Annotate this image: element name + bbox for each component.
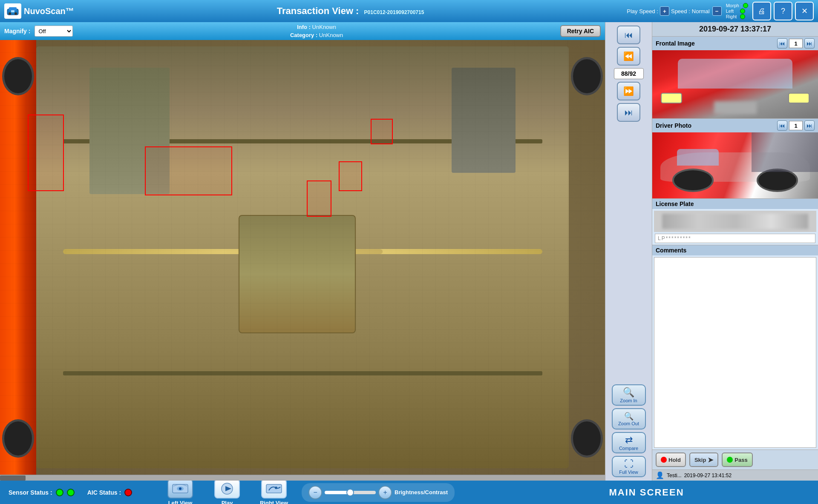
brightness-increase-button[interactable]: + bbox=[378, 486, 392, 499]
brightness-thumb[interactable] bbox=[346, 489, 354, 496]
driver-section: Driver Photo ⏮ 1 ⏭ bbox=[652, 119, 818, 199]
annotation-box-1 bbox=[28, 115, 64, 191]
play-speed-minus-button[interactable]: − bbox=[712, 6, 722, 16]
help-button[interactable]: ? bbox=[774, 2, 792, 20]
comments-header: Comments bbox=[652, 245, 818, 255]
brightness-decrease-button[interactable]: − bbox=[308, 486, 322, 499]
left-led bbox=[740, 9, 745, 14]
play-label: Play bbox=[222, 500, 233, 504]
driver-wheel-front bbox=[672, 169, 714, 192]
driver-header: Driver Photo ⏮ 1 ⏭ bbox=[652, 119, 818, 132]
magnify-select[interactable]: Off 2x 4x 8x bbox=[35, 26, 73, 37]
scroll-thumb[interactable] bbox=[0, 475, 26, 481]
rear-beam bbox=[63, 371, 542, 375]
headlight-right bbox=[788, 93, 809, 103]
frontal-plate bbox=[714, 101, 757, 114]
scan-display bbox=[0, 40, 605, 475]
close-button[interactable]: ✕ bbox=[795, 2, 814, 20]
frame-counter: 88/92 bbox=[614, 68, 644, 79]
print-button[interactable]: 🖨 bbox=[752, 2, 771, 20]
driver-window bbox=[677, 149, 718, 166]
svg-rect-10 bbox=[266, 484, 282, 493]
svg-point-3 bbox=[14, 12, 17, 15]
license-section: License Plate LP********* bbox=[652, 199, 818, 245]
comments-section: Comments bbox=[652, 245, 818, 450]
sensor-led-1 bbox=[56, 489, 63, 496]
engine-detail2 bbox=[452, 68, 516, 173]
skip-button[interactable]: Skip ➤ bbox=[689, 452, 718, 467]
aic-led bbox=[124, 489, 132, 496]
brightness-slider[interactable] bbox=[325, 491, 376, 494]
fast-forward-button[interactable]: ⏩ bbox=[617, 82, 640, 100]
scroll-bar[interactable] bbox=[0, 475, 605, 481]
frontal-last-button[interactable]: ⏭ bbox=[804, 38, 815, 49]
hold-icon bbox=[661, 457, 667, 463]
frontal-section: Frontal Image ⏮ 1 ⏭ bbox=[652, 37, 818, 119]
right-view-label: Right View bbox=[260, 500, 288, 504]
main-screen-area: MAIN SCREEN bbox=[484, 487, 809, 498]
scan-image-area[interactable] bbox=[0, 40, 605, 475]
driver-image-box bbox=[652, 132, 818, 198]
background-building bbox=[752, 132, 818, 172]
svg-rect-1 bbox=[9, 7, 17, 11]
license-text: LP********* bbox=[655, 234, 815, 243]
datetime-bar: 2019-09-27 13:37:17 bbox=[652, 22, 818, 37]
left-view-label: Left View bbox=[168, 500, 193, 504]
windshield bbox=[678, 59, 792, 89]
driver-first-button[interactable]: ⏮ bbox=[777, 120, 787, 131]
pass-button[interactable]: Pass bbox=[722, 452, 752, 467]
pass-icon bbox=[727, 457, 733, 463]
first-frame-button[interactable]: ⏮ bbox=[617, 26, 640, 44]
license-plate-image bbox=[662, 214, 808, 229]
zoom-in-button[interactable]: 🔍 Zoom In bbox=[612, 384, 646, 406]
header-title: Transaction View : P01C012-2019092700715 bbox=[78, 6, 622, 17]
play-button[interactable]: Play bbox=[208, 479, 246, 504]
header-icons: 🖨 ? ✕ bbox=[752, 2, 814, 20]
morph-led bbox=[743, 3, 748, 8]
right-view-icon bbox=[261, 479, 287, 498]
skip-arrow-icon: ➤ bbox=[708, 456, 713, 464]
tire-fr bbox=[571, 57, 603, 95]
right-label: Right bbox=[726, 14, 739, 19]
annotation-box-4 bbox=[307, 180, 331, 217]
brightness-label: Brightness/Contrast bbox=[395, 489, 448, 495]
last-frame-button[interactable]: ⏭ bbox=[617, 103, 640, 122]
driver-last-button[interactable]: ⏭ bbox=[804, 120, 815, 131]
hold-button[interactable]: Hold bbox=[656, 452, 686, 467]
play-speed-area: Play Speed : + Speed : Normal − bbox=[627, 6, 721, 16]
action-bar: Hold Skip ➤ Pass bbox=[652, 450, 818, 470]
speed-value: Normal bbox=[692, 8, 710, 14]
svg-point-2 bbox=[9, 12, 11, 15]
zoom-out-button[interactable]: 🔍 Zoom Out bbox=[612, 408, 646, 430]
license-image-box bbox=[654, 211, 816, 232]
transaction-id: P01C012-2019092700715 bbox=[364, 9, 424, 15]
full-view-button[interactable]: ⛶ Full View bbox=[612, 456, 646, 477]
play-speed-button[interactable]: + bbox=[660, 6, 669, 16]
svg-rect-4 bbox=[11, 10, 14, 12]
left-view-button[interactable]: Left View bbox=[161, 479, 199, 504]
retry-aic-button[interactable]: Retry AIC bbox=[560, 25, 601, 37]
brightness-control: − + Brightness/Contrast bbox=[302, 483, 455, 502]
info-panel: 2019-09-27 13:37:17 Frontal Image ⏮ 1 ⏭ bbox=[652, 22, 818, 481]
zoom-in-control: 🔍 Zoom In bbox=[612, 384, 646, 406]
tire-rr bbox=[571, 419, 603, 458]
tire-fl bbox=[2, 57, 34, 95]
rewind-button[interactable]: ⏪ bbox=[617, 47, 640, 66]
aic-status: AIC Status : bbox=[87, 489, 132, 496]
undercarriage-body bbox=[36, 46, 569, 468]
driver-page-num: 1 bbox=[789, 121, 803, 130]
compare-control: ⇄ Compare bbox=[612, 432, 646, 453]
frontal-first-button[interactable]: ⏮ bbox=[777, 38, 787, 49]
info-area: Info : UnKnown Category : UnKnown bbox=[77, 23, 556, 40]
bottom-bar: Sensor Status : AIC Status : Left View bbox=[0, 481, 818, 504]
logo-icon bbox=[4, 3, 21, 19]
driver-wheel-rear bbox=[757, 169, 798, 192]
comments-textarea[interactable] bbox=[654, 257, 816, 448]
tire-rl bbox=[2, 419, 34, 458]
zoom-out-control: 🔍 Zoom Out bbox=[612, 408, 646, 430]
headlight-left bbox=[661, 93, 682, 103]
compare-button[interactable]: ⇄ Compare bbox=[612, 432, 646, 453]
frontal-image-box bbox=[652, 50, 818, 118]
sensor-status: Sensor Status : bbox=[9, 489, 75, 496]
right-view-button[interactable]: Right View bbox=[255, 479, 293, 504]
